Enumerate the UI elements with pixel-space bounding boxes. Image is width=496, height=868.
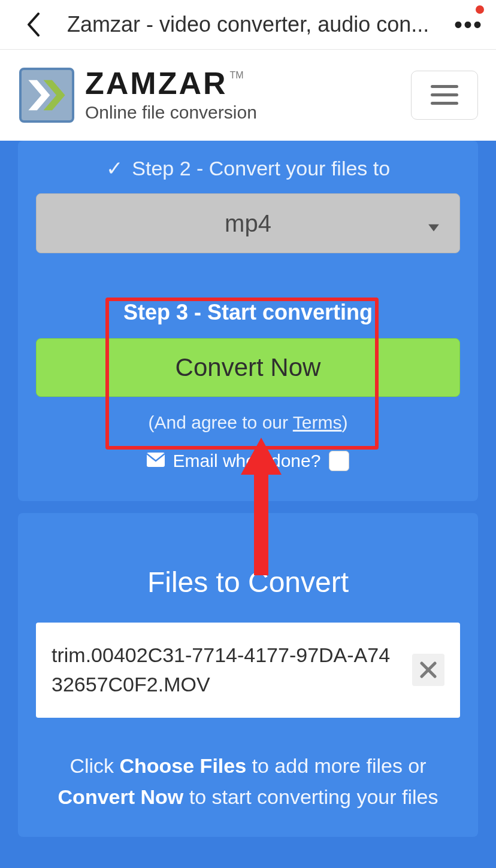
svg-marker-5 [428,224,439,232]
svg-rect-4 [431,102,458,105]
terms-link[interactable]: Terms [293,412,342,432]
terms-suffix: ) [341,412,347,432]
format-select[interactable]: mp4 [36,193,460,253]
file-remove-button[interactable] [412,654,444,686]
convert-now-button[interactable]: Convert Now [36,338,460,397]
logo-tile-icon [19,68,74,123]
hint-text: to start converting your files [183,785,438,808]
page-body: ✓ Step 2 - Convert your files to mp4 Ste… [0,141,496,868]
files-title: Files to Convert [36,566,460,599]
file-row: trim.00402C31-7714-4177-97DA-A7432657C0F… [36,623,460,718]
menu-button[interactable] [411,71,478,120]
format-select-value: mp4 [225,210,271,237]
brand-name: ZAMZAR [85,68,228,99]
site-header: ZAMZAR TM Online file conversion [0,50,496,141]
svg-rect-2 [431,85,458,88]
hint-text: Click [69,754,119,777]
more-menu-button[interactable]: ••• [452,8,485,41]
svg-rect-6 [147,453,165,467]
mail-icon [147,451,165,471]
choose-files-bold: Choose Files [120,754,247,777]
file-name: trim.00402C31-7714-4177-97DA-A7432657C0F… [52,641,401,700]
back-button[interactable] [19,10,48,39]
step2-text: Step 2 - Convert your files to [132,157,390,180]
chevron-down-icon [428,210,439,237]
close-icon [420,661,437,678]
hamburger-icon [431,85,458,105]
email-done-checkbox[interactable] [329,451,349,471]
svg-rect-3 [431,93,458,96]
files-card: Files to Convert trim.00402C31-7714-4177… [18,513,478,837]
step2-label: ✓ Step 2 - Convert your files to [36,156,460,180]
notification-dot-icon [476,5,484,14]
browser-top-bar: Zamzar - video converter, audio con... •… [0,0,496,50]
email-done-row: Email when done? [36,451,460,471]
more-dots-icon: ••• [454,13,483,37]
add-more-hint: Click Choose Files to add more files or … [36,750,460,813]
terms-prefix: (And agree to our [149,412,293,432]
tagline: Online file conversion [85,102,257,123]
page-title: Zamzar - video converter, audio con... [67,12,452,37]
logo-text: ZAMZAR TM Online file conversion [85,68,257,123]
step3-section: Step 3 - Start converting Convert Now (A… [36,300,460,433]
check-icon: ✓ [106,157,123,180]
step3-label: Step 3 - Start converting [36,300,460,325]
logo[interactable]: ZAMZAR TM Online file conversion [19,68,257,123]
hint-text: to add more files or [246,754,426,777]
trademark: TM [230,70,244,81]
convert-steps-card: ✓ Step 2 - Convert your files to mp4 Ste… [18,141,478,501]
svg-marker-0 [28,80,50,110]
convert-now-label: Convert Now [176,353,321,382]
terms-row: (And agree to our Terms) [36,412,460,433]
email-done-label: Email when done? [173,451,321,471]
convert-now-bold: Convert Now [58,785,184,808]
chevron-left-icon [26,13,41,37]
